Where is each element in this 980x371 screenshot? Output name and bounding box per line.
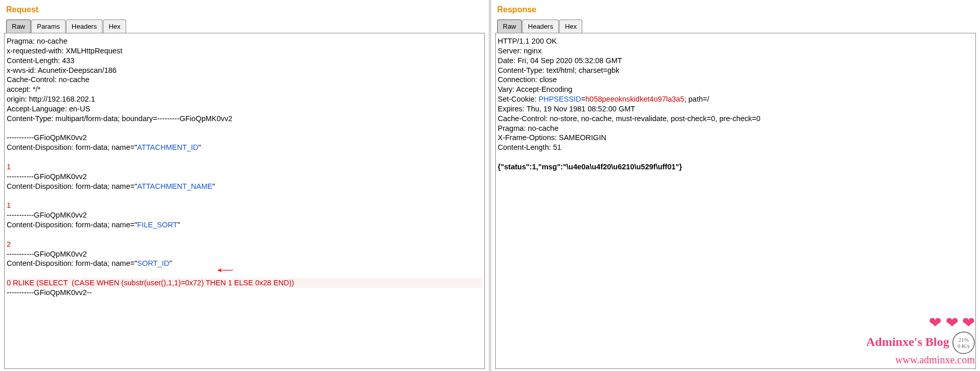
cd-3-name: FILE_SORT: [137, 221, 178, 229]
response-content[interactable]: HTTP/1.1 200 OK Server: nginx Date: Fri,…: [495, 33, 976, 369]
resp-server: Server: nginx: [498, 47, 541, 55]
tab-params[interactable]: Params: [31, 19, 66, 33]
req-contentlength: Content-Length: 433: [7, 56, 74, 65]
req-xwvs: x-wvs-id: Acunetix-Deepscan/186: [7, 66, 116, 74]
cd-2-suffix: ": [212, 182, 215, 190]
req-cachecontrol: Cache-Control: no-cache: [7, 75, 89, 84]
resp-contenttype: Content-Type: text/html; charset=gbk: [498, 66, 619, 74]
resp-setcookie-val: h058peeoknskidket4o97la3a5: [585, 95, 684, 103]
req-accept: accept: */*: [7, 85, 40, 93]
part-2-value: 1: [7, 201, 11, 209]
resp-vary: Vary: Accept-Encoding: [498, 85, 573, 93]
cd-1-suffix: ": [198, 143, 201, 151]
resp-xframe: X-Frame-Options: SAMEORIGIN: [498, 133, 606, 142]
response-tabs: Raw Headers Hex: [495, 19, 976, 33]
resp-expires: Expires: Thu, 19 Nov 1981 08:52:00 GMT: [498, 105, 635, 113]
boundary-2: -----------GFioQpMK0vv2: [7, 172, 87, 181]
resp-pragma: Pragma: no-cache: [498, 124, 558, 132]
request-panel: Request Raw Params Headers Hex Pragma: n…: [0, 0, 491, 371]
part-3-value: 2: [7, 240, 11, 248]
boundary-1: -----------GFioQpMK0vv2: [7, 133, 87, 142]
resp-setcookie-suffix: ; path=/: [684, 95, 709, 103]
cd-4-prefix: Content-Disposition: form-data; name=": [7, 259, 137, 267]
boundary-3: -----------GFioQpMK0vv2: [7, 211, 87, 219]
resp-body: {"status":1,"msg":"\u4e0a\u4f20\u6210\u5…: [498, 163, 682, 171]
resp-setcookie-key: PHPSESSID: [539, 95, 581, 103]
tab-raw[interactable]: Raw: [6, 19, 31, 33]
part-1-value: 1: [7, 163, 11, 171]
cd-1-name: ATTACHMENT_ID: [137, 143, 199, 151]
cd-3-suffix: ": [177, 221, 180, 229]
tab-hex[interactable]: Hex: [103, 19, 126, 33]
part-4-value: 0 RLIKE (SELECT (CASE WHEN (substr(user(…: [7, 278, 482, 288]
resp-tab-headers[interactable]: Headers: [522, 19, 559, 33]
boundary-4: -----------GFioQpMK0vv2: [7, 250, 87, 258]
request-content[interactable]: Pragma: no-cache x-requested-with: XMLHt…: [4, 33, 485, 369]
req-origin: origin: http://192.168.202.1: [7, 95, 95, 103]
cd-1-prefix: Content-Disposition: form-data; name=": [7, 143, 137, 151]
resp-tab-hex[interactable]: Hex: [559, 19, 582, 33]
req-acceptlang: Accept-Language: en-US: [7, 105, 90, 113]
boundary-end: -----------GFioQpMK0vv2--: [7, 288, 92, 297]
tab-headers[interactable]: Headers: [66, 19, 103, 33]
req-contenttype: Content-Type: multipart/form-data; bound…: [7, 114, 232, 123]
cd-4-suffix: ": [169, 259, 172, 267]
resp-status: HTTP/1.1 200 OK: [498, 37, 557, 45]
cd-2-prefix: Content-Disposition: form-data; name=": [7, 182, 137, 190]
request-tabs: Raw Params Headers Hex: [4, 19, 485, 33]
resp-setcookie-prefix: Set-Cookie:: [498, 95, 539, 103]
resp-setcookie-eq: =: [581, 95, 585, 103]
resp-contentlength: Content-Length: 51: [498, 143, 561, 151]
request-title: Request: [4, 2, 485, 19]
resp-connection: Connection: close: [498, 75, 557, 84]
resp-date: Date: Fri, 04 Sep 2020 05:32:08 GMT: [498, 56, 622, 65]
response-title: Response: [495, 2, 976, 19]
cd-3-prefix: Content-Disposition: form-data; name=": [7, 221, 137, 229]
req-pragma: Pragma: no-cache: [7, 37, 67, 45]
resp-tab-raw[interactable]: Raw: [497, 19, 522, 33]
resp-cachecontrol: Cache-Control: no-store, no-cache, must-…: [498, 114, 761, 123]
cd-4-name: SORT_ID: [137, 259, 170, 267]
req-xrequested: x-requested-with: XMLHttpRequest: [7, 47, 122, 55]
response-panel: Response Raw Headers Hex HTTP/1.1 200 OK…: [491, 0, 980, 371]
cd-2-name: ATTACHMENT_NAME: [137, 182, 213, 190]
